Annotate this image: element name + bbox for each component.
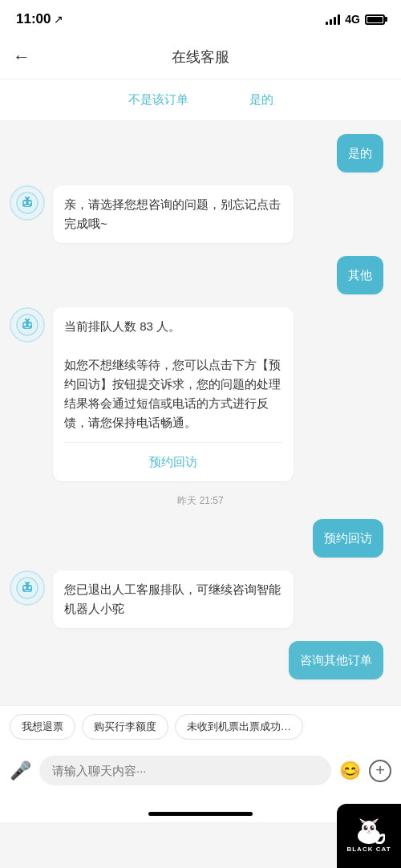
watermark: BLACK CAT [337, 804, 401, 868]
svg-point-29 [366, 826, 367, 828]
back-button[interactable]: ← [13, 43, 37, 71]
chat-area: 是的 亲，请选择您想咨询的问题，别忘记点击完成哦~ 其他 [0, 121, 401, 705]
location-icon: ↗ [54, 13, 63, 26]
svg-point-16 [24, 586, 26, 589]
svg-point-3 [29, 201, 31, 204]
chip-refund[interactable]: 我想退票 [10, 714, 75, 740]
emoji-button[interactable]: 😊 [339, 761, 361, 781]
watermark-text: BLACK CAT [346, 846, 391, 854]
message-row: 您已退出人工客服排队，可继续咨询智能机器人小驼 [10, 570, 391, 628]
input-area: 🎤 😊 + [0, 748, 401, 798]
bottom-chips-bar: 我想退票 购买行李额度 未收到机票出票成功短信 [0, 705, 401, 748]
svg-point-30 [372, 826, 374, 828]
quick-reply-option2[interactable]: 是的 [243, 89, 280, 111]
bot-bubble: 当前排队人数 83 人。如您不想继续等待，您可以点击下方【预约回访】按钮提交诉求… [53, 307, 294, 481]
status-bar: 11:00 ↗ 4G [0, 0, 401, 35]
page-title: 在线客服 [172, 47, 229, 67]
svg-point-13 [28, 318, 30, 320]
bot-bubble: 亲，请选择您想咨询的问题，别忘记点击完成哦~ [53, 185, 294, 243]
chip-luggage[interactable]: 购买行李额度 [82, 714, 168, 740]
bot-avatar [10, 570, 45, 606]
message-row: 咨询其他订单 [10, 641, 391, 679]
add-button[interactable]: + [369, 760, 391, 782]
network-label: 4G [345, 13, 360, 26]
bot-avatar [10, 185, 45, 221]
svg-point-9 [24, 323, 26, 326]
status-icons: 4G [326, 13, 385, 26]
svg-point-31 [368, 830, 371, 832]
black-cat-logo [353, 818, 385, 844]
home-bar [148, 812, 253, 816]
svg-point-17 [29, 586, 31, 589]
header: ← 在线客服 [0, 35, 401, 79]
svg-point-19 [25, 582, 26, 583]
svg-point-12 [25, 318, 26, 320]
chip-sms[interactable]: 未收到机票出票成功短信 [175, 714, 303, 740]
battery-icon [365, 14, 385, 25]
user-bubble: 其他 [337, 256, 383, 294]
signal-icon [326, 14, 340, 25]
message-row: 其他 [10, 256, 391, 294]
svg-point-28 [371, 825, 375, 830]
quick-reply-bar: 不是该订单 是的 [0, 79, 401, 121]
bot-avatar [10, 307, 45, 343]
voice-button[interactable]: 🎤 [10, 761, 31, 781]
svg-point-6 [28, 197, 30, 198]
schedule-callback-link[interactable]: 预约回访 [64, 442, 282, 472]
svg-point-20 [28, 582, 30, 583]
user-bubble: 预约回访 [313, 519, 383, 558]
svg-point-2 [24, 201, 26, 204]
svg-point-5 [25, 197, 26, 198]
svg-point-27 [364, 825, 368, 830]
message-row: 预约回访 [10, 519, 391, 558]
timestamp: 昨天 21:57 [10, 494, 391, 508]
svg-point-10 [29, 323, 31, 326]
chat-input[interactable] [39, 756, 331, 785]
message-row: 当前排队人数 83 人。如您不想继续等待，您可以点击下方【预约回访】按钮提交诉求… [10, 307, 391, 481]
message-row: 是的 [10, 134, 391, 172]
message-row: 亲，请选择您想咨询的问题，别忘记点击完成哦~ [10, 185, 391, 243]
status-time: 11:00 [16, 11, 51, 27]
user-bubble: 是的 [337, 134, 383, 172]
bot-bubble: 您已退出人工客服排队，可继续咨询智能机器人小驼 [53, 570, 294, 628]
user-bubble: 咨询其他订单 [289, 641, 383, 679]
quick-reply-option1[interactable]: 不是该订单 [122, 89, 195, 111]
